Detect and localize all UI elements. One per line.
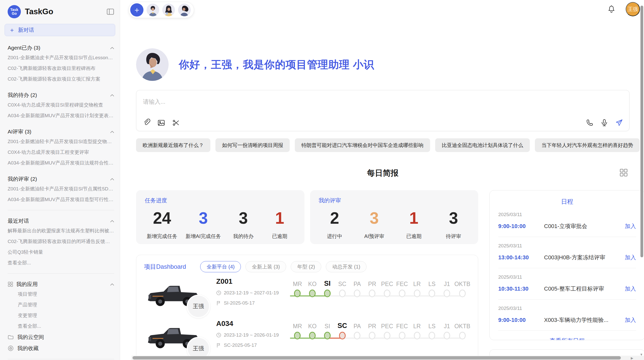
horizontal-scrollbar-thumb[interactable] [133, 356, 621, 359]
suggestion-chip[interactable]: 比亚迪全固态电池计划具体说了什么 [435, 138, 530, 152]
new-chat-label: 新对话 [18, 26, 34, 34]
phone-call-icon[interactable] [586, 119, 594, 127]
suggestion-chip[interactable]: 欧洲新规最近颁布了什么？ [136, 138, 210, 152]
main-area: ＋ 王强 你好，王强，我是你的项目管理助理 小识 [120, 0, 644, 360]
stat-new-done: 24 新增完成任务 [147, 210, 177, 240]
stat-label: 我的待办 [233, 233, 254, 240]
section-agent-done[interactable]: Agent已办 (3) [8, 43, 114, 52]
star-medal-icon [8, 345, 14, 351]
milestone-ko: KO [305, 320, 320, 339]
section-title: 我的应用 [16, 281, 38, 288]
sidebar-item[interactable]: C0X4-动力总成开发项目SI里程碑提交物检查 [8, 100, 114, 110]
sidebar-item-product-mgmt[interactable]: 产品管理 [8, 299, 114, 310]
chevron-up-icon [110, 47, 114, 49]
layout-grid-icon[interactable] [619, 168, 628, 177]
sidebar-item-project-mgmt[interactable]: 项目管理 [8, 289, 114, 299]
flag-icon [216, 301, 221, 306]
scissors-icon[interactable] [172, 119, 180, 127]
section-my-review[interactable]: 我的评审 (2) [8, 174, 114, 184]
sidebar-item[interactable]: Z001-全新燃油轻卡产品开发项目SI造型提交物评审 [8, 136, 114, 147]
sidebar-item[interactable]: Z001-全新燃油皮卡产品开发项目SI节点Lesson Learn报告 [8, 52, 114, 63]
join-link[interactable]: 加入 [625, 316, 636, 324]
sidebar-item[interactable]: A034-全新新能源MUV产品开发项目造型可行性评审 [8, 194, 114, 205]
milestone-timeline: MR KO SI SC PA PR PEC FEC LR LS [290, 319, 470, 352]
stat-overdue: 1 已逾期 [266, 210, 294, 240]
sidebar-item-cloud-space[interactable]: 我的云空间 [8, 332, 114, 343]
briefing-left-column: 任务进度 24 新增完成任务 3 新增AI完成任务 [136, 190, 478, 360]
stat-in-progress: 2 进行中 [321, 210, 349, 240]
sidebar-item[interactable]: C02-飞腾新能源轻客改款项目里程碑画布 [8, 63, 114, 74]
main-content: 你好，王强，我是你的项目管理助理 小识 请输入... 欧洲新规最近颁布了什么？ … [120, 0, 644, 360]
project-row-a034[interactable]: 王强 A034 2023-12-19 ~ 2026-01-19 [144, 319, 470, 357]
section-recent-chats[interactable]: 最近对话 [8, 216, 114, 226]
milestone-ls: LS [425, 278, 440, 297]
suggestion-chip[interactable]: 当下年轻人对汽车外观有怎样的喜好趋势 [535, 138, 640, 152]
attachment-icon[interactable] [142, 119, 151, 127]
sidebar-item[interactable]: 解释最新出台的欧盟报废车法规再生塑料比例被调至15%... [8, 226, 114, 236]
stat-new-ai-done: 3 新增AI完成任务 [186, 210, 221, 240]
filter-new-body[interactable]: 全新上装 (3) [245, 261, 286, 272]
message-input[interactable]: 请输入... [136, 90, 630, 131]
milestone-si-current: SI [320, 278, 335, 297]
app-logo: Task Go [8, 5, 21, 18]
stat-label: 新增完成任务 [147, 233, 177, 240]
view-all-chats[interactable]: 查看全部... [8, 258, 114, 268]
send-icon[interactable] [615, 119, 623, 127]
filter-model-year[interactable]: 年型 (2) [291, 261, 321, 272]
schedule-event: 2025/03/11 9:00-10:00 X003-车辆动力学性能验... 加… [498, 299, 636, 331]
suggestion-chip[interactable]: 如何写一份清晰的项目周报 [215, 138, 290, 152]
scroll-down-arrow-icon[interactable]: ▼ [640, 353, 643, 356]
new-chat-button[interactable]: ＋ 新对话 [5, 24, 115, 36]
horizontal-scrollbar[interactable]: ▶ [131, 356, 644, 360]
section-my-todo[interactable]: 我的待办 (2) [8, 91, 114, 100]
milestone-sc-current: SC [335, 320, 350, 339]
sidebar-item[interactable]: A034-全新新能源MUV产品开发项目计划变更表编写 [8, 110, 114, 121]
stat-value: 3 [449, 210, 458, 226]
sidebar-collapse-icon[interactable] [107, 8, 114, 15]
sidebar-item[interactable]: Z001-全新燃油轻卡产品开发项目SI节点属性5D文件评审 [8, 184, 114, 194]
sidebar-item-change-mgmt[interactable]: 变更管理 [8, 310, 114, 321]
join-link[interactable]: 加入 [625, 222, 636, 230]
view-all-schedule-link[interactable]: 查看所有日程 [498, 331, 636, 340]
notification-bell-icon[interactable] [607, 5, 616, 13]
app-title: TaskGo [25, 7, 107, 16]
filter-all-platform[interactable]: 全新平台 (4) [200, 261, 241, 272]
microphone-icon[interactable] [600, 119, 608, 127]
project-row-z001[interactable]: 王强 Z001 2023-12-19 ~ 2027-01-19 [144, 277, 470, 314]
milestone-ls: LS [425, 320, 440, 339]
sidebar-item[interactable]: C0X4-动力总成开发项目工程变更评审 [8, 147, 114, 158]
stat-ai-pre-review: 3 AI预评审 [360, 210, 388, 240]
section-ai-review[interactable]: AI评审 (3) [8, 127, 114, 136]
image-icon[interactable] [157, 119, 165, 127]
project-code: A034 [216, 320, 290, 328]
sidebar-item[interactable]: C02-飞腾新能源轻客改款项目的闭环通告反馈情况 [8, 236, 114, 247]
add-member-button[interactable]: ＋ [130, 3, 143, 17]
scroll-right-arrow-icon[interactable]: ▶ [631, 356, 633, 360]
stat-label: 进行中 [327, 233, 342, 240]
view-all-apps[interactable]: 查看全部... [8, 321, 114, 332]
milestone-fec: FEC [394, 278, 409, 297]
user-avatar[interactable]: 王强 [626, 2, 640, 16]
card-title: 任务进度 [145, 197, 296, 204]
milestone-lr: LR [409, 278, 425, 297]
sidebar-item-favorites[interactable]: 我的收藏 [8, 343, 114, 354]
suggestion-chip[interactable]: 特朗普可能对进口汽车增税会对中国车企造成哪些影响 [295, 138, 430, 152]
sidebar-item[interactable]: 公司Q3轻卡销量 [8, 247, 114, 258]
member-avatar[interactable] [147, 4, 159, 16]
section-my-apps[interactable]: 我的应用 [8, 280, 114, 289]
filter-powertrain[interactable]: 动总开发 (1) [326, 261, 367, 272]
team-members-bar: ＋ [128, 2, 194, 18]
member-avatar[interactable] [178, 4, 191, 16]
member-avatar[interactable] [162, 4, 175, 16]
project-flag-date: SI-2025-05-17 [224, 300, 255, 306]
apps-grid-icon [8, 281, 13, 287]
favorites-label: 我的收藏 [17, 343, 39, 354]
join-link[interactable]: 加入 [625, 285, 636, 293]
sidebar-item[interactable]: A034-全新新能源MUV产品开发项目法规符合性评审 [8, 158, 114, 168]
milestone-pa: PA [350, 320, 365, 339]
join-link[interactable]: 加入 [625, 254, 636, 261]
sidebar-item[interactable]: C02-飞腾新能源轻客改款项目立项汇报方案 [8, 74, 114, 84]
composer-left-icons [142, 119, 180, 127]
event-time: 9:00-10:00 [498, 223, 544, 230]
vertical-scrollbar-thumb[interactable] [640, 6, 643, 257]
